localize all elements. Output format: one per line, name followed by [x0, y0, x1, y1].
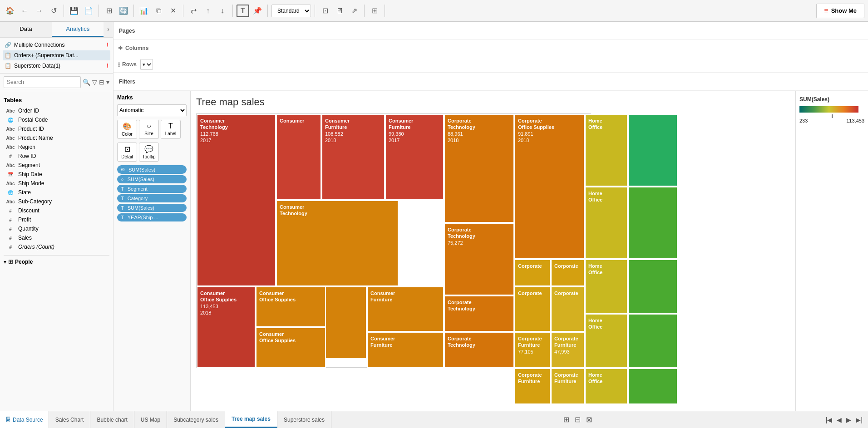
duplicate-button[interactable]: ⧉ [152, 5, 165, 17]
field-quantity[interactable]: # Quantity [4, 224, 109, 233]
tree-cell-10[interactable]: Consumer Furniture [367, 286, 444, 332]
tree-cell-0[interactable]: Consumer Technology112,768 2017 [197, 114, 276, 286]
nav-prev[interactable]: ◀ [835, 414, 843, 425]
tab-subcategory-sales[interactable]: Subcategory sales [167, 411, 225, 428]
tree-cell-19[interactable]: Corporate [551, 286, 585, 332]
nav-last[interactable]: ▶| [854, 414, 864, 425]
search-input[interactable] [4, 76, 81, 88]
marks-field-category[interactable]: T Category [117, 194, 187, 202]
undo-button[interactable]: ↺ [47, 5, 60, 17]
marks-field-segment[interactable]: T Segment [117, 185, 187, 193]
sort-icon[interactable]: ▾ [106, 79, 109, 86]
sort-desc-button[interactable]: ↓ [216, 5, 229, 17]
panel-close-button[interactable]: › [104, 22, 113, 37]
tree-cell-14[interactable]: Corporate [551, 259, 585, 286]
tree-cell-11[interactable]: Consumer Furniture [367, 332, 444, 368]
tab-data[interactable]: Data [0, 22, 52, 37]
filter-icon[interactable]: ▽ [92, 79, 97, 86]
new-story-icon[interactable]: ⊠ [584, 414, 594, 425]
field-postal-code[interactable]: 🌐 Postal Code [4, 115, 109, 124]
tree-cell-29[interactable] [628, 314, 678, 368]
list-view-icon[interactable]: ⊟ [99, 79, 104, 86]
home-button[interactable]: 🏠 [4, 5, 16, 17]
tree-cell-20[interactable]: Home Office [585, 259, 628, 314]
save-button[interactable]: 💾 [68, 5, 80, 17]
sort-asc-button[interactable]: ↑ [202, 5, 214, 17]
text-button[interactable]: T [237, 5, 249, 17]
tree-cell-16[interactable] [628, 187, 678, 259]
tree-cell-25[interactable]: Corporate Technology [444, 332, 514, 368]
back-button[interactable]: ← [18, 5, 31, 17]
rows-dropdown[interactable]: ▾ [140, 59, 153, 70]
marks-field-sum-sales-2[interactable]: ○ SUM(Sales) [117, 175, 187, 183]
tab-analytics[interactable]: Analytics [52, 22, 104, 37]
field-order-id[interactable]: Abc Order ID [4, 106, 109, 115]
field-ship-date[interactable]: 📅 Ship Date [4, 170, 109, 179]
tree-cell-21[interactable] [628, 259, 678, 314]
new-dashboard-icon[interactable]: ⊟ [573, 414, 582, 425]
field-row-id[interactable]: # Row ID [4, 152, 109, 161]
field-product-id[interactable]: Abc Product ID [4, 124, 109, 133]
field-orders-count[interactable]: # Orders (Count) [4, 242, 109, 251]
tree-cell-22[interactable]: Consumer Office Supplies113,453 2018 [197, 286, 256, 368]
tree-cell-3[interactable]: Consumer Furniture99,380 2017 [385, 114, 444, 200]
tree-cell-24[interactable]: Consumer Office Supplies [256, 327, 326, 368]
marks-field-year-ship[interactable]: T YEAR(Ship ... [117, 213, 187, 221]
tree-cell-15[interactable]: Home Office [585, 187, 628, 259]
treemap[interactable]: Consumer Technology112,768 2017ConsumerC… [196, 113, 591, 368]
present2-button[interactable]: ⊞ [368, 5, 381, 17]
people-expand[interactable]: ▾ ⊞ People [4, 258, 109, 265]
tree-cell-12[interactable]: Corporate Technology75,272 [444, 223, 514, 295]
refresh-button[interactable]: 🔄 [117, 5, 130, 17]
standard-dropdown[interactable]: Standard [271, 5, 311, 17]
marks-color-button[interactable]: 🎨 Color [117, 120, 137, 139]
tree-cell-18[interactable]: Corporate [514, 286, 551, 332]
tree-cell-27[interactable]: Corporate Furniture47,993 [551, 332, 585, 368]
tab-tree-map-sales[interactable]: Tree map sales [225, 411, 277, 428]
tab-superstore-sales[interactable]: Superstore sales [277, 411, 331, 428]
clear-button[interactable]: ✕ [167, 5, 179, 17]
tree-cell-4[interactable]: Corporate Technology88,961 2018 [444, 114, 514, 223]
marks-size-button[interactable]: ○ Size [139, 120, 159, 139]
pin-button[interactable]: 📌 [251, 5, 264, 17]
tree-cell-23[interactable]: Consumer Office Supplies [256, 286, 326, 327]
tree-cell-8[interactable]: Consumer Technology [276, 200, 399, 286]
field-profit[interactable]: # Profit [4, 215, 109, 224]
tree-cell-5[interactable]: Corporate Office Supplies91,891 2018 [514, 114, 585, 259]
tree-cell-33[interactable] [628, 368, 678, 404]
connect-button[interactable]: ⊞ [103, 5, 115, 17]
new-worksheet-button[interactable]: 📊 [138, 5, 150, 17]
tree-cell-2[interactable]: Consumer Furniture108,582 2018 [321, 114, 385, 200]
tree-cell-31[interactable]: Corporate Furniture [551, 368, 585, 404]
field-sales[interactable]: # Sales [4, 233, 109, 242]
show-me-button[interactable]: ≡ Show Me [816, 4, 864, 18]
tree-cell-26[interactable]: Corporate Furniture77,105 [514, 332, 551, 368]
connection-superstore[interactable]: 📋 Superstore Data(1) ! [3, 60, 110, 71]
share-button[interactable]: ⇗ [348, 5, 360, 17]
field-product-name[interactable]: Abc Product Name [4, 133, 109, 143]
tree-cell-32[interactable]: Home Office [585, 368, 628, 404]
connection-orders[interactable]: 📋 Orders+ (Superstore Dat... [3, 50, 110, 60]
data-source-tab[interactable]: 🗄 Data Source [0, 411, 49, 428]
field-ship-mode[interactable]: Abc Ship Mode [4, 179, 109, 188]
field-sub-category[interactable]: Abc Sub-Category [4, 197, 109, 206]
new-button[interactable]: 📄 [82, 5, 95, 17]
tab-bubble-chart[interactable]: Bubble chart [90, 411, 134, 428]
forward-button[interactable]: → [33, 5, 45, 17]
marks-tooltip-button[interactable]: 💬 Tooltip [139, 143, 159, 162]
swap-button[interactable]: ⇄ [187, 5, 200, 17]
marks-field-sum-sales-3[interactable]: T SUM(Sales) [117, 204, 187, 212]
tree-cell-28[interactable]: Home Office [585, 314, 628, 368]
tree-cell-7[interactable] [628, 114, 678, 187]
tree-cell-30[interactable]: Corporate Furniture [514, 368, 551, 404]
tab-us-map[interactable]: US Map [134, 411, 167, 428]
present-button[interactable]: ⊡ [319, 5, 331, 17]
tree-cell-6[interactable]: Home Office [585, 114, 628, 187]
marks-field-sum-sales-1[interactable]: ⊛ SUM(Sales) [117, 165, 187, 174]
marks-label-button[interactable]: T Label [161, 120, 181, 139]
connection-multiple[interactable]: 🔗 Multiple Connections ! [3, 39, 110, 50]
tree-cell-13[interactable]: Corporate [514, 259, 551, 286]
new-sheet-icon[interactable]: ⊞ [562, 414, 571, 425]
tree-cell-17[interactable]: Corporate Technology [444, 295, 514, 332]
field-discount[interactable]: # Discount [4, 206, 109, 215]
